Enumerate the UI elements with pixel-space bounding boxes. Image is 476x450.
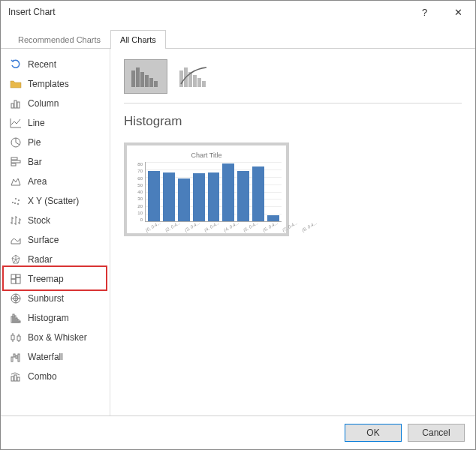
sidebar-item-label: X Y (Scatter)	[28, 196, 79, 206]
chart-type-sidebar: Recent Templates Column Line Pie Bar	[1, 49, 110, 416]
chart-main-area: Histogram Chart Title 80706050403020100 …	[110, 49, 475, 416]
svg-rect-25	[14, 354, 15, 357]
svg-rect-6	[11, 164, 16, 166]
chart-bar	[163, 172, 175, 221]
sidebar-item-column[interactable]: Column	[1, 94, 110, 113]
treemap-icon	[10, 273, 22, 285]
chart-subtype-row	[124, 59, 462, 94]
svg-rect-41	[197, 78, 201, 87]
surface-icon	[10, 234, 22, 246]
sidebar-item-treemap[interactable]: Treemap	[1, 269, 110, 289]
chart-bar	[193, 173, 205, 221]
sidebar-item-surface[interactable]: Surface	[1, 230, 110, 250]
sidebar-item-templates[interactable]: Templates	[1, 74, 110, 94]
chart-preview-title: Chart Title	[131, 152, 282, 159]
svg-rect-0	[11, 104, 14, 108]
sidebar-item-area[interactable]: Area	[1, 172, 110, 191]
svg-point-10	[18, 200, 20, 201]
x-tick: [0, 0.4...	[145, 220, 161, 232]
sidebar-item-bar[interactable]: Bar	[1, 152, 110, 172]
sidebar-item-label: Waterfall	[28, 352, 63, 362]
divider	[124, 103, 462, 104]
line-icon	[10, 117, 22, 129]
chart-preview[interactable]: Chart Title 80706050403020100 [0, 0.4...…	[124, 142, 289, 236]
sidebar-item-box-whisker[interactable]: Box & Whisker	[1, 328, 110, 347]
titlebar: Insert Chart ? ✕	[1, 1, 475, 23]
sidebar-item-label: Area	[28, 176, 47, 187]
area-icon	[10, 176, 22, 188]
help-button[interactable]: ?	[408, 1, 441, 23]
svg-rect-34	[145, 75, 149, 87]
sidebar-item-label: Templates	[28, 79, 69, 89]
svg-rect-32	[136, 68, 140, 87]
column-icon	[10, 98, 22, 110]
sidebar-item-waterfall[interactable]: Waterfall	[1, 347, 110, 367]
svg-rect-2	[17, 102, 20, 108]
svg-rect-1	[14, 100, 17, 108]
sidebar-item-recent[interactable]: Recent	[1, 55, 110, 74]
sidebar-item-radar[interactable]: Radar	[1, 250, 110, 269]
y-tick: 30	[131, 196, 143, 201]
chart-bar	[252, 166, 264, 221]
sidebar-item-histogram[interactable]: Histogram	[1, 308, 110, 328]
sidebar-item-label: Radar	[28, 254, 53, 265]
svg-rect-13	[16, 274, 20, 278]
dialog-footer: OK Cancel	[1, 416, 475, 449]
sidebar-item-combo[interactable]: Combo	[1, 367, 110, 386]
radar-icon	[10, 254, 22, 266]
sidebar-item-pie[interactable]: Pie	[1, 133, 110, 152]
pie-icon	[10, 136, 22, 148]
x-tick: (5, 0.4...	[243, 220, 259, 232]
x-tick: (4, 0.4...	[203, 220, 220, 232]
y-tick: 10	[131, 211, 143, 215]
sidebar-item-label: Stock	[28, 215, 50, 226]
sidebar-item-label: Combo	[28, 371, 57, 382]
svg-rect-27	[18, 354, 20, 362]
svg-rect-37	[179, 70, 183, 87]
x-tick: (4, 0.4...	[223, 220, 240, 232]
ok-button[interactable]: OK	[345, 424, 402, 442]
chart-y-axis: 80706050403020100	[131, 162, 145, 222]
tab-all-charts[interactable]: All Charts	[110, 30, 166, 49]
sidebar-item-label: Pie	[28, 137, 41, 148]
svg-rect-29	[14, 375, 17, 381]
sunburst-icon	[10, 292, 22, 304]
svg-rect-35	[149, 78, 153, 87]
chart-bar	[267, 215, 279, 221]
sidebar-item-stock[interactable]: Stock	[1, 211, 110, 230]
svg-rect-4	[11, 158, 17, 160]
svg-point-11	[17, 203, 19, 205]
y-tick: 0	[131, 218, 143, 222]
sidebar-item-scatter[interactable]: X Y (Scatter)	[1, 191, 110, 211]
sidebar-item-sunburst[interactable]: Sunburst	[1, 289, 110, 308]
x-tick: (8, 0.4...	[301, 220, 318, 232]
sidebar-item-label: Treemap	[28, 274, 64, 284]
folder-icon	[10, 78, 22, 90]
sidebar-item-label: Line	[28, 118, 45, 128]
svg-rect-26	[16, 356, 17, 358]
histogram-subtype-icon	[130, 64, 161, 88]
subtype-pareto[interactable]	[172, 59, 215, 94]
chart-bar	[208, 172, 220, 221]
subtype-histogram[interactable]	[124, 59, 167, 94]
sidebar-item-label: Column	[28, 98, 59, 109]
undo-icon	[10, 58, 22, 70]
svg-rect-31	[131, 70, 135, 87]
cancel-button[interactable]: Cancel	[408, 424, 465, 442]
y-tick: 70	[131, 169, 143, 173]
chart-section-title: Histogram	[124, 114, 462, 129]
svg-rect-5	[11, 160, 20, 163]
svg-point-7	[12, 202, 14, 203]
sidebar-item-line[interactable]: Line	[1, 113, 110, 133]
svg-rect-42	[202, 81, 206, 87]
chart-bars	[146, 162, 282, 221]
sidebar-item-label: Surface	[28, 235, 59, 245]
tab-recommended-charts[interactable]: Recommended Charts	[8, 30, 110, 49]
pareto-subtype-icon	[178, 64, 209, 88]
sidebar-item-label: Box & Whisker	[28, 332, 87, 343]
svg-rect-23	[19, 321, 20, 322]
x-tick: (7, 0.4...	[282, 220, 298, 232]
svg-rect-36	[154, 81, 158, 87]
x-tick: (6, 0.4...	[262, 220, 279, 232]
close-button[interactable]: ✕	[441, 1, 475, 23]
